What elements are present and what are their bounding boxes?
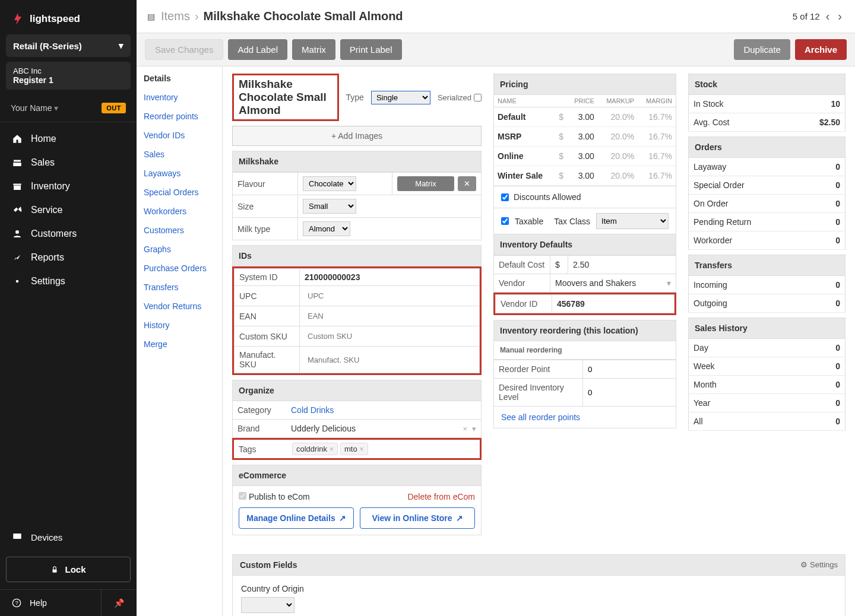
matrix-remove-button[interactable]: ✕: [458, 176, 476, 191]
add-label-button[interactable]: Add Label: [228, 39, 287, 60]
svg-rect-2: [13, 534, 21, 539]
prev-arrow[interactable]: ‹: [824, 8, 832, 24]
subnav-graphs[interactable]: Graphs: [137, 240, 222, 259]
monitor-icon: [12, 532, 23, 542]
help-button[interactable]: ? Help: [0, 590, 101, 616]
manufsku-input[interactable]: [305, 354, 474, 366]
home-icon: [12, 134, 23, 144]
subnav-vendorreturns[interactable]: Vendor Returns: [137, 297, 222, 316]
milk-select[interactable]: Almond: [303, 221, 350, 236]
taxable-checkbox[interactable]: [501, 217, 509, 225]
add-images-button[interactable]: + Add Images: [232, 126, 482, 146]
pin-button[interactable]: 📌: [101, 590, 137, 616]
nav-devices[interactable]: Devices: [0, 523, 137, 551]
nav-home[interactable]: Home: [0, 127, 137, 151]
publish-checkbox[interactable]: [239, 492, 246, 500]
vendor-value[interactable]: Moovers and Shakers: [555, 278, 636, 288]
custom-settings-link[interactable]: ⚙ Settings: [800, 560, 838, 570]
ecom-head: eCommerce: [232, 465, 482, 486]
user-row[interactable]: Your Name ▾ OUT: [0, 94, 137, 122]
inventory-defaults-head: Inventory Defaults: [493, 234, 676, 255]
default-cost-value[interactable]: 2.50: [568, 256, 676, 274]
subnav-history[interactable]: History: [137, 316, 222, 335]
logo: lightspeed: [0, 0, 137, 34]
subnav-transfers[interactable]: Transfers: [137, 278, 222, 297]
subnav-specialorders[interactable]: Special Orders: [137, 183, 222, 202]
brand-value[interactable]: Udderly Delicious: [291, 424, 356, 433]
next-arrow[interactable]: ›: [835, 8, 844, 24]
pricing-row: Default$3.0020.0%16.7%: [494, 107, 676, 127]
ids-head: IDs: [232, 245, 482, 266]
svg-text:?: ?: [15, 600, 18, 606]
subnav-vendorids[interactable]: Vendor IDs: [137, 126, 222, 145]
external-link-icon: ↗: [339, 513, 346, 523]
subnav-details[interactable]: Details: [137, 69, 222, 88]
chevron-down-icon: ▾: [54, 103, 58, 113]
serialized-checkbox[interactable]: [474, 94, 482, 101]
country-origin-label: Country of Origin: [241, 584, 837, 593]
nav-sales[interactable]: Sales: [0, 151, 137, 174]
company-register-box[interactable]: ABC Inc Register 1: [6, 62, 131, 90]
serialized-label: Serialized: [438, 93, 482, 102]
orders-head: Orders: [688, 136, 846, 158]
subnav-sales[interactable]: Sales: [137, 145, 222, 164]
main-nav: Home Sales Inventory Service Customers R…: [0, 122, 137, 523]
desired-level-input[interactable]: [588, 388, 623, 397]
subnav-reorder[interactable]: Reorder points: [137, 107, 222, 126]
remove-tag-icon[interactable]: ×: [330, 445, 334, 453]
flavour-label: Flavour: [233, 173, 298, 195]
system-id-value: 210000000023: [300, 269, 480, 286]
nav-inventory[interactable]: Inventory: [0, 174, 137, 198]
subnav-layaways[interactable]: Layaways: [137, 164, 222, 183]
subnav-po[interactable]: Purchase Orders: [137, 259, 222, 278]
pricing-row: Online$3.0020.0%16.7%: [494, 147, 676, 166]
save-changes-button[interactable]: Save Changes: [145, 39, 223, 60]
pricing-row: Winter Sale$3.0020.0%16.7%: [494, 166, 676, 186]
lock-button[interactable]: Lock: [6, 557, 131, 582]
duplicate-button[interactable]: Duplicate: [734, 39, 790, 60]
subnav-workorders[interactable]: Workorders: [137, 202, 222, 221]
upc-input[interactable]: [305, 290, 474, 302]
archive-button[interactable]: Archive: [795, 39, 847, 60]
reorder-point-input[interactable]: [588, 365, 623, 374]
ean-input[interactable]: [305, 310, 474, 322]
nav-reports[interactable]: Reports: [0, 246, 137, 269]
taxclass-select[interactable]: Item: [596, 213, 669, 229]
sales-history-head: Sales History: [688, 317, 846, 339]
category-link[interactable]: Cold Drinks: [291, 405, 334, 415]
stock-head: Stock: [688, 74, 846, 95]
box-icon: [12, 181, 23, 192]
flavour-select[interactable]: Chocolate: [303, 176, 356, 191]
nav-settings[interactable]: Settings: [0, 269, 137, 293]
subnav-merge[interactable]: Merge: [137, 335, 222, 354]
matrix-small-button[interactable]: Matrix: [397, 176, 454, 191]
dropdown-brand-icon[interactable]: ▾: [472, 424, 476, 433]
discounts-checkbox[interactable]: [501, 193, 509, 201]
nav-service[interactable]: Service: [0, 198, 137, 222]
retail-series-dropdown[interactable]: Retail (R-Series) ▾: [6, 34, 131, 57]
subnav-customers[interactable]: Customers: [137, 221, 222, 240]
type-select[interactable]: Single: [371, 91, 430, 104]
manage-online-button[interactable]: Manage Online Details ↗: [239, 507, 354, 529]
dropdown-icon[interactable]: ▾: [667, 278, 671, 288]
gear-icon: [12, 276, 23, 287]
lock-icon: [50, 566, 59, 574]
size-label: Size: [233, 195, 298, 218]
breadcrumb-section[interactable]: Items: [161, 9, 190, 23]
nav-customers[interactable]: Customers: [0, 222, 137, 246]
clear-brand-icon[interactable]: ×: [463, 424, 467, 433]
size-select[interactable]: Small: [303, 199, 356, 214]
customsku-input[interactable]: [305, 330, 474, 342]
delete-ecom-link[interactable]: Delete from eCom: [407, 492, 475, 501]
print-label-button[interactable]: Print Label: [340, 39, 402, 60]
matrix-button[interactable]: Matrix: [292, 39, 335, 60]
subnav-inventory[interactable]: Inventory: [137, 88, 222, 107]
tags-input[interactable]: colddrink× mto×: [287, 440, 480, 458]
see-reorder-link[interactable]: See all reorder points: [501, 412, 580, 422]
view-store-button[interactable]: View in Online Store ↗: [360, 507, 475, 529]
vendor-id-value[interactable]: 456789: [552, 295, 674, 313]
item-title[interactable]: Milkshake Chocolate Small Almond: [232, 74, 339, 121]
pricing-head: Pricing: [493, 74, 676, 95]
remove-tag-icon[interactable]: ×: [360, 445, 364, 453]
country-origin-select[interactable]: [241, 597, 294, 613]
